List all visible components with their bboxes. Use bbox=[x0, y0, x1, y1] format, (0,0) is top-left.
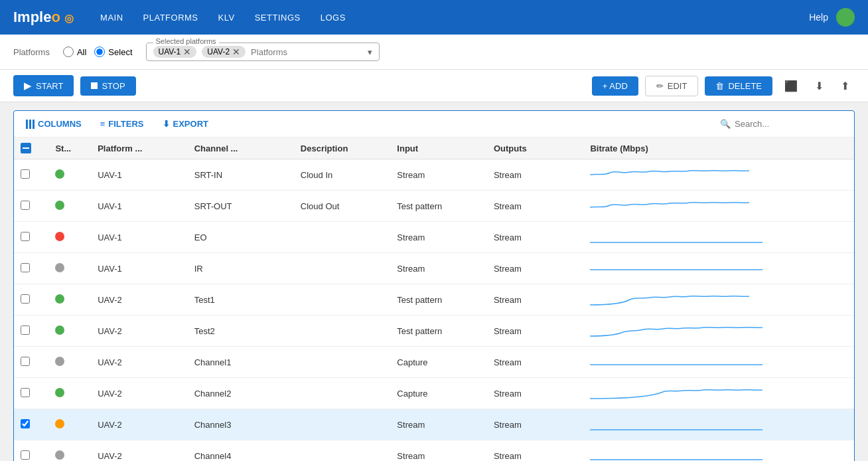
row-bitrate-cell bbox=[583, 409, 854, 440]
row-checkbox[interactable] bbox=[21, 419, 30, 428]
row-checkbox-cell[interactable] bbox=[14, 159, 48, 191]
select-all-checkbox[interactable] bbox=[21, 143, 31, 153]
row-checkbox[interactable] bbox=[21, 325, 30, 335]
row-checkbox-cell[interactable] bbox=[14, 284, 48, 316]
status-indicator bbox=[55, 232, 64, 241]
chip-uav2-close[interactable]: ✕ bbox=[232, 47, 240, 56]
platforms-input[interactable] bbox=[251, 47, 362, 57]
row-checkbox-cell[interactable] bbox=[14, 378, 48, 409]
row-bitrate-cell bbox=[583, 222, 854, 253]
row-channel-cell: SRT-IN bbox=[188, 159, 294, 191]
row-description-cell bbox=[294, 253, 391, 284]
row-input-cell: Stream bbox=[390, 159, 487, 191]
row-checkbox[interactable] bbox=[21, 450, 30, 460]
row-channel-cell: IR bbox=[188, 253, 294, 284]
radio-all[interactable]: All bbox=[63, 46, 86, 57]
row-input-cell: Capture bbox=[390, 347, 487, 378]
row-input-cell: Test pattern bbox=[390, 316, 487, 347]
dropdown-arrow-icon[interactable]: ▾ bbox=[368, 47, 372, 57]
filters-icon: ≡ bbox=[100, 119, 106, 129]
row-input-cell: Stream bbox=[390, 409, 487, 440]
status-indicator bbox=[55, 294, 64, 304]
status-indicator bbox=[55, 450, 64, 460]
header-input[interactable]: Input bbox=[390, 138, 487, 159]
row-checkbox-cell[interactable] bbox=[14, 409, 48, 440]
table-row: UAV-1 SRT-OUT Cloud Out Test pattern Str… bbox=[14, 191, 854, 222]
nav-klv[interactable]: KLV bbox=[218, 10, 235, 25]
nav-main[interactable]: MAIN bbox=[100, 10, 123, 25]
row-platform-cell: UAV-2 bbox=[91, 378, 188, 409]
status-indicator bbox=[55, 357, 64, 366]
data-table: St... Platform ... Channel ... Descripti… bbox=[14, 138, 854, 461]
add-button[interactable]: + ADD bbox=[592, 76, 638, 96]
row-checkbox-cell[interactable] bbox=[14, 347, 48, 378]
download-button[interactable]: ⬇ bbox=[810, 76, 829, 96]
row-outputs-cell: Stream bbox=[487, 284, 584, 316]
platforms-toolbar: Platforms All Select Selected platforms … bbox=[0, 35, 868, 70]
filters-button[interactable]: ≡ FILTERS bbox=[96, 116, 148, 132]
nav-settings[interactable]: SETTINGS bbox=[255, 10, 301, 25]
table-row: UAV-2 Channel2 Capture Stream bbox=[14, 378, 854, 409]
help-text[interactable]: Help bbox=[809, 12, 828, 23]
search-input[interactable] bbox=[735, 119, 846, 129]
row-outputs-cell: Stream bbox=[487, 409, 584, 440]
header-status[interactable]: St... bbox=[48, 138, 91, 159]
row-outputs-cell: Stream bbox=[487, 253, 584, 284]
nav: MAIN PLATFORMS KLV SETTINGS LOGS bbox=[100, 10, 809, 25]
radio-all-input[interactable] bbox=[63, 46, 74, 57]
header-platform[interactable]: Platform ... bbox=[91, 138, 188, 159]
row-platform-cell: UAV-1 bbox=[91, 253, 188, 284]
header-description[interactable]: Description bbox=[294, 138, 391, 159]
start-icon: ▶ bbox=[24, 80, 32, 92]
sparkline-chart bbox=[590, 415, 762, 434]
row-input-cell: Stream bbox=[390, 253, 487, 284]
header-channel[interactable]: Channel ... bbox=[188, 138, 294, 159]
row-checkbox-cell[interactable] bbox=[14, 253, 48, 284]
row-checkbox[interactable] bbox=[21, 201, 30, 210]
row-checkbox[interactable] bbox=[21, 263, 30, 272]
table-row: UAV-2 Test1 Test pattern Stream bbox=[14, 284, 854, 316]
header-checkbox[interactable] bbox=[14, 138, 48, 159]
row-outputs-cell: Stream bbox=[487, 222, 584, 253]
row-status-cell bbox=[48, 409, 91, 440]
radio-select-input[interactable] bbox=[94, 46, 105, 57]
row-checkbox[interactable] bbox=[21, 388, 30, 397]
upload-button[interactable]: ⬆ bbox=[835, 76, 855, 96]
row-channel-cell: SRT-OUT bbox=[188, 191, 294, 222]
nav-platforms[interactable]: PLATFORMS bbox=[143, 10, 198, 25]
chip-uav1-close[interactable]: ✕ bbox=[183, 47, 191, 56]
nav-logs[interactable]: LOGS bbox=[321, 10, 346, 25]
delete-button[interactable]: 🗑 DELETE bbox=[705, 76, 772, 96]
row-checkbox[interactable] bbox=[21, 357, 30, 366]
columns-button[interactable]: COLUMNS bbox=[22, 116, 86, 132]
row-status-cell bbox=[48, 316, 91, 347]
row-checkbox-cell[interactable] bbox=[14, 191, 48, 222]
stop-button[interactable]: STOP bbox=[80, 76, 135, 96]
sparkline-chart bbox=[590, 259, 762, 278]
row-checkbox[interactable] bbox=[21, 232, 30, 241]
sparkline-container bbox=[590, 290, 847, 310]
copy-button[interactable]: ⬛ bbox=[779, 76, 803, 96]
radio-select[interactable]: Select bbox=[94, 46, 132, 57]
table-row: UAV-2 Channel1 Capture Stream bbox=[14, 347, 854, 378]
row-platform-cell: UAV-1 bbox=[91, 191, 188, 222]
export-button[interactable]: ⬇ EXPORT bbox=[159, 116, 212, 132]
row-bitrate-cell bbox=[583, 378, 854, 409]
platforms-label: Platforms bbox=[13, 47, 50, 57]
header-bitrate[interactable]: Bitrate (Mbps) bbox=[583, 138, 854, 159]
row-checkbox-cell[interactable] bbox=[14, 440, 48, 462]
start-label: START bbox=[36, 81, 63, 91]
row-checkbox[interactable] bbox=[21, 294, 30, 304]
start-button[interactable]: ▶ START bbox=[13, 75, 74, 96]
avatar[interactable] bbox=[836, 8, 855, 27]
edit-button[interactable]: ✏ EDIT bbox=[645, 76, 699, 96]
row-platform-cell: UAV-2 bbox=[91, 284, 188, 316]
header-outputs[interactable]: Outputs bbox=[487, 138, 584, 159]
row-platform-cell: UAV-2 bbox=[91, 316, 188, 347]
row-checkbox-cell[interactable] bbox=[14, 222, 48, 253]
row-outputs-cell: Stream bbox=[487, 378, 584, 409]
row-checkbox[interactable] bbox=[21, 169, 30, 179]
row-bitrate-cell bbox=[583, 316, 854, 347]
action-bar: ▶ START STOP + ADD ✏ EDIT 🗑 DELETE ⬛ ⬇ ⬆ bbox=[0, 70, 868, 102]
row-checkbox-cell[interactable] bbox=[14, 316, 48, 347]
